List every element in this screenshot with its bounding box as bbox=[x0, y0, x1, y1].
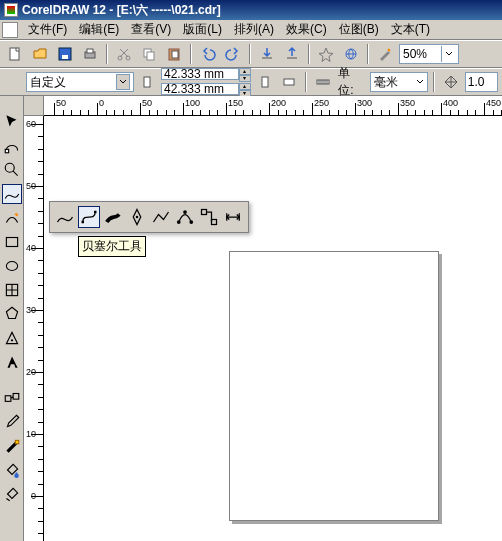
rectangle-tool[interactable] bbox=[2, 232, 22, 252]
units-combo[interactable]: 毫米 bbox=[370, 72, 429, 92]
separator bbox=[305, 72, 307, 92]
menu-view[interactable]: 查看(V) bbox=[125, 19, 177, 40]
window-title: CorelDRAW 12 - [E:\六 -----\021.cdr] bbox=[22, 2, 221, 19]
menu-edit[interactable]: 编辑(E) bbox=[73, 19, 125, 40]
page-height-input[interactable]: 42.333 mm bbox=[161, 83, 239, 95]
artistic-media-flyout-tool[interactable] bbox=[102, 206, 124, 228]
3point-curve-flyout-tool[interactable] bbox=[174, 206, 196, 228]
paper-size-combo[interactable]: 自定义 bbox=[26, 72, 133, 92]
interactive-blend-tool[interactable] bbox=[2, 388, 22, 408]
page-dimensions: 42.333 mm▴▾ 42.333 mm▴▾ bbox=[161, 68, 251, 97]
freehand-tool[interactable] bbox=[2, 184, 22, 204]
outline-tool[interactable] bbox=[2, 436, 22, 456]
eyedropper-tool[interactable] bbox=[2, 412, 22, 432]
svg-rect-23 bbox=[13, 394, 19, 400]
menu-arrange[interactable]: 排列(A) bbox=[228, 19, 280, 40]
svg-rect-8 bbox=[147, 52, 154, 60]
svg-rect-13 bbox=[262, 77, 268, 87]
interactive-fill-tool[interactable] bbox=[2, 484, 22, 504]
ellipse-tool[interactable] bbox=[2, 256, 22, 276]
svg-rect-4 bbox=[87, 49, 93, 53]
pen-flyout-tool[interactable] bbox=[126, 206, 148, 228]
bezier-flyout-tool[interactable] bbox=[78, 206, 100, 228]
export-button[interactable] bbox=[281, 43, 303, 65]
chevron-down-icon[interactable] bbox=[441, 46, 455, 62]
menu-bitmap[interactable]: 位图(B) bbox=[333, 19, 385, 40]
new-button[interactable] bbox=[4, 43, 26, 65]
height-up[interactable]: ▴ bbox=[239, 83, 251, 90]
menu-file[interactable]: 文件(F) bbox=[22, 19, 73, 40]
chevron-down-icon[interactable] bbox=[416, 79, 424, 85]
dimension-flyout-tool[interactable] bbox=[222, 206, 244, 228]
width-up[interactable]: ▴ bbox=[239, 68, 251, 75]
vertical-ruler[interactable]: 6050403020100 bbox=[24, 116, 44, 541]
svg-rect-14 bbox=[284, 79, 294, 85]
units-label: 单位: bbox=[336, 65, 367, 99]
units-value: 毫米 bbox=[374, 74, 398, 91]
basic-shapes-tool[interactable] bbox=[2, 328, 22, 348]
nudge-input[interactable]: 1.0 bbox=[465, 72, 498, 92]
width-down[interactable]: ▾ bbox=[239, 75, 251, 82]
print-button[interactable] bbox=[79, 43, 101, 65]
open-button[interactable] bbox=[29, 43, 51, 65]
wizard-button[interactable] bbox=[374, 43, 396, 65]
polyline-flyout-tool[interactable] bbox=[150, 206, 172, 228]
orientation-portrait-button[interactable] bbox=[137, 71, 158, 93]
copy-button[interactable] bbox=[138, 43, 160, 65]
svg-rect-2 bbox=[62, 55, 68, 59]
svg-rect-31 bbox=[202, 210, 207, 215]
zoom-combo[interactable]: 50% bbox=[399, 44, 459, 64]
horizontal-ruler[interactable]: 50050100150200250300350400450 bbox=[44, 96, 502, 116]
cut-button[interactable] bbox=[113, 43, 135, 65]
nudge-icon bbox=[440, 71, 461, 93]
redo-button[interactable] bbox=[222, 43, 244, 65]
app-icon bbox=[4, 3, 18, 17]
connector-flyout-tool[interactable] bbox=[198, 206, 220, 228]
portrait-button[interactable] bbox=[254, 71, 275, 93]
svg-rect-16 bbox=[5, 149, 8, 152]
system-menu-icon[interactable] bbox=[2, 22, 18, 38]
paste-button[interactable] bbox=[163, 43, 185, 65]
fill-tool[interactable] bbox=[2, 460, 22, 480]
corel-online-button[interactable] bbox=[340, 43, 362, 65]
smart-drawing-tool[interactable] bbox=[2, 208, 22, 228]
polygon-tool[interactable] bbox=[2, 304, 22, 324]
svg-rect-25 bbox=[82, 221, 85, 224]
separator bbox=[106, 44, 108, 64]
svg-point-21 bbox=[10, 339, 12, 341]
page-width-input[interactable]: 42.333 mm bbox=[161, 68, 239, 80]
work-area: 50050100150200250300350400450 6050403020… bbox=[0, 96, 502, 541]
separator bbox=[190, 44, 192, 64]
save-button[interactable] bbox=[54, 43, 76, 65]
separator bbox=[433, 72, 435, 92]
drawing-units-button[interactable] bbox=[312, 71, 333, 93]
graph-paper-tool[interactable] bbox=[2, 280, 22, 300]
app-launcher-button[interactable] bbox=[315, 43, 337, 65]
menu-bar: 文件(F) 编辑(E) 查看(V) 版面(L) 排列(A) 效果(C) 位图(B… bbox=[0, 20, 502, 40]
svg-rect-22 bbox=[5, 396, 11, 402]
pick-tool[interactable] bbox=[2, 112, 22, 132]
text-tool[interactable] bbox=[2, 352, 22, 372]
svg-rect-10 bbox=[172, 51, 178, 58]
import-button[interactable] bbox=[256, 43, 278, 65]
svg-point-29 bbox=[189, 220, 193, 224]
toolbox bbox=[0, 96, 24, 541]
canvas[interactable] bbox=[44, 116, 502, 541]
page bbox=[229, 251, 439, 521]
svg-point-30 bbox=[183, 210, 187, 214]
svg-point-27 bbox=[136, 216, 139, 219]
freehand-flyout-tool[interactable] bbox=[54, 206, 76, 228]
standard-toolbar: 50% bbox=[0, 40, 502, 68]
svg-rect-26 bbox=[94, 211, 97, 214]
zoom-tool[interactable] bbox=[2, 160, 22, 180]
paper-size-value: 自定义 bbox=[30, 74, 66, 91]
menu-layout[interactable]: 版面(L) bbox=[177, 19, 228, 40]
ruler-corner[interactable] bbox=[24, 96, 44, 116]
menu-effects[interactable]: 效果(C) bbox=[280, 19, 333, 40]
zoom-value: 50% bbox=[403, 47, 427, 61]
shape-tool[interactable] bbox=[2, 136, 22, 156]
landscape-button[interactable] bbox=[278, 71, 299, 93]
chevron-down-icon[interactable] bbox=[116, 74, 130, 90]
undo-button[interactable] bbox=[197, 43, 219, 65]
menu-text[interactable]: 文本(T) bbox=[385, 19, 436, 40]
